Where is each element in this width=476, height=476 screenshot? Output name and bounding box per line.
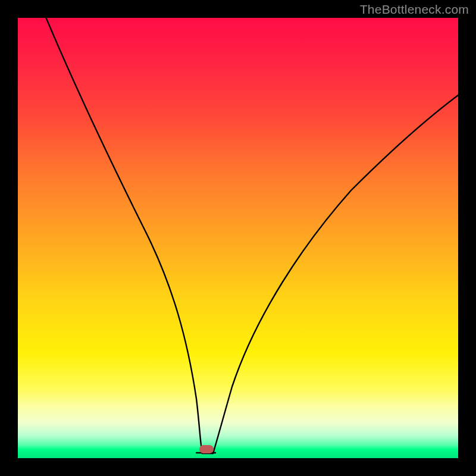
plot-area	[18, 18, 458, 458]
optimal-marker	[199, 445, 214, 453]
watermark-label: TheBottleneck.com	[360, 2, 469, 17]
bottleneck-curve	[18, 18, 458, 458]
chart-frame: TheBottleneck.com	[0, 0, 476, 476]
